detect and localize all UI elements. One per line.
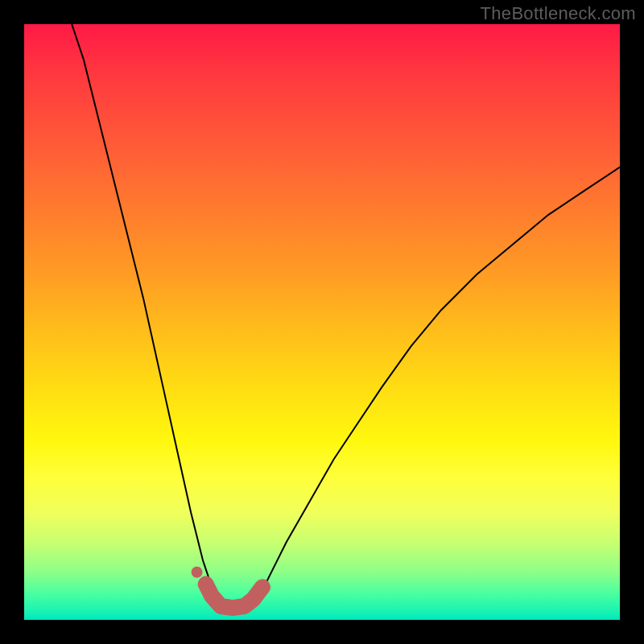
watermark-text: TheBottleneck.com — [481, 3, 636, 24]
curve-left-branch — [72, 24, 221, 608]
plot-area — [24, 24, 620, 620]
highlight-dot — [192, 567, 203, 578]
chart-frame: TheBottleneck.com — [0, 0, 644, 644]
valley-highlight — [206, 584, 262, 609]
chart-svg — [24, 24, 620, 620]
curve-right-branch — [250, 167, 620, 609]
